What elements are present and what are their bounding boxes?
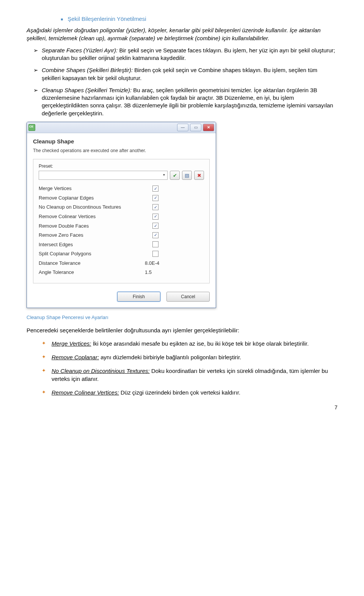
star-lead: No Cleanup on Discontinious Textures: (52, 368, 150, 374)
section-title: ■ Şekil Bileşenlerinin Yönetilmesi (61, 15, 337, 23)
dialog-body: Cleanup Shape The checked operations are… (27, 133, 216, 308)
value-label: Angle Tolerance (39, 269, 145, 276)
option-row: No Cleanup on Discontinous Textures✓ (39, 204, 204, 211)
preset-label: Preset: (39, 163, 204, 169)
star-lead: Merge Vertices: (52, 340, 91, 347)
option-label: No Cleanup on Discontinous Textures (39, 204, 152, 211)
arrow-list: Separate Faces (Yüzleri Ayır): Bir şekil… (27, 47, 337, 117)
figure-caption: Cleanup Shape Penceresi ve Ayarları (27, 314, 337, 321)
dialog-screenshot: — ▭ ✕ Cleanup Shape The checked operatio… (27, 122, 216, 308)
dialog-buttons: Finish Cancel (33, 292, 210, 302)
minimize-button[interactable]: — (177, 124, 188, 131)
value-field[interactable]: 1.5 (145, 269, 187, 276)
square-bullet-icon: ■ (61, 17, 63, 21)
app-icon (28, 124, 35, 131)
star-lead: Remove Coplanar: (52, 354, 99, 360)
option-checkbox[interactable]: ✓ (152, 232, 158, 238)
dialog-window: — ▭ ✕ Cleanup Shape The checked operatio… (27, 122, 216, 308)
titlebar: — ▭ ✕ (27, 122, 216, 133)
arrow-lead: Combine Shapes (Şekilleri Birleştir): (42, 67, 133, 73)
preset-row: ✔ ▧ ✖ (39, 171, 204, 180)
dialog-title: Cleanup Shape (33, 138, 210, 145)
star-item: Remove Coplanar: aynı düzlemdeki birbiri… (42, 354, 337, 361)
close-button[interactable]: ✕ (203, 124, 214, 131)
option-row: Remove Coplanar Edges✓ (39, 195, 204, 201)
arrow-lead: Cleanup Shapes (Şekilleri Temizle): (42, 87, 132, 93)
star-rest: Düz çizgi üzerindeki birden çok verteksi… (119, 389, 240, 396)
preset-save-button[interactable]: ▧ (182, 171, 192, 180)
arrow-lead: Separate Faces (Yüzleri Ayır): (42, 47, 118, 53)
option-row: Intersect Edges (39, 241, 204, 248)
page-number: 7 (27, 404, 337, 411)
arrow-item-combine: Combine Shapes (Şekilleri Birleştir): Bi… (33, 66, 337, 82)
option-row: Remove Double Faces✓ (39, 223, 204, 230)
star-item: Merge Vertices: İki köşe arasındaki mesa… (42, 340, 337, 348)
arrow-item-separate: Separate Faces (Yüzleri Ayır): Bir şekil… (33, 47, 337, 62)
preset-select[interactable] (39, 171, 168, 180)
option-checkbox[interactable] (152, 251, 158, 257)
value-row: Distance Tolerance8.0E-4 (39, 260, 204, 267)
option-label: Remove Zero Faces (39, 232, 152, 239)
option-checkbox[interactable] (152, 241, 158, 247)
option-checkbox[interactable]: ✓ (152, 186, 158, 192)
arrow-item-cleanup: Cleanup Shapes (Şekilleri Temizle): Bu a… (33, 86, 337, 117)
finish-button[interactable]: Finish (117, 292, 160, 302)
star-rest: İki köşe arasındaki mesafe bu eşikten az… (91, 340, 309, 347)
section-title-text: Şekil Bileşenlerinin Yönetilmesi (67, 16, 146, 22)
cancel-button[interactable]: Cancel (166, 292, 210, 302)
option-checkbox[interactable]: ✓ (152, 214, 158, 220)
option-row: Merge Vertices✓ (39, 185, 204, 192)
option-label: Remove Colinear Vertices (39, 213, 152, 220)
maximize-button[interactable]: ▭ (190, 124, 201, 131)
option-label: Intersect Edges (39, 241, 152, 248)
post-paragraph: Penceredeki seçeneklerde belirtilenler d… (27, 327, 337, 334)
preset-delete-button[interactable]: ✖ (194, 171, 204, 180)
option-label: Split Coplanar Polygons (39, 250, 152, 257)
option-row: Remove Colinear Vertices✓ (39, 213, 204, 220)
value-row: Angle Tolerance1.5 (39, 269, 204, 276)
preset-apply-button[interactable]: ✔ (170, 171, 180, 180)
option-label: Remove Double Faces (39, 223, 152, 230)
star-item: No Cleanup on Discontinious Textures: Do… (42, 367, 337, 383)
star-item: Remove Colinear Vertices: Düz çizgi üzer… (42, 389, 337, 396)
option-label: Remove Coplanar Edges (39, 195, 152, 201)
dialog-panel: Preset: ✔ ▧ ✖ Merge Vertices✓Remove Copl… (33, 159, 210, 283)
option-row: Remove Zero Faces✓ (39, 232, 204, 239)
dialog-subtitle: The checked operations are executed one … (33, 148, 210, 154)
star-lead: Remove Colinear Vertices: (52, 389, 119, 396)
star-list: Merge Vertices: İki köşe arasındaki mesa… (27, 340, 337, 396)
star-rest: aynı düzlemdeki birbiriyle bağlantılı po… (99, 354, 241, 360)
option-label: Merge Vertices (39, 185, 152, 192)
intro-paragraph: Aşağıdaki işlemler doğrudan poligonlar (… (27, 27, 337, 42)
option-checkbox[interactable]: ✓ (152, 195, 158, 201)
option-checkbox[interactable]: ✓ (152, 223, 158, 229)
value-label: Distance Tolerance (39, 260, 145, 267)
option-row: Split Coplanar Polygons (39, 250, 204, 257)
option-checkbox[interactable]: ✓ (152, 204, 158, 210)
value-field[interactable]: 8.0E-4 (145, 260, 187, 267)
